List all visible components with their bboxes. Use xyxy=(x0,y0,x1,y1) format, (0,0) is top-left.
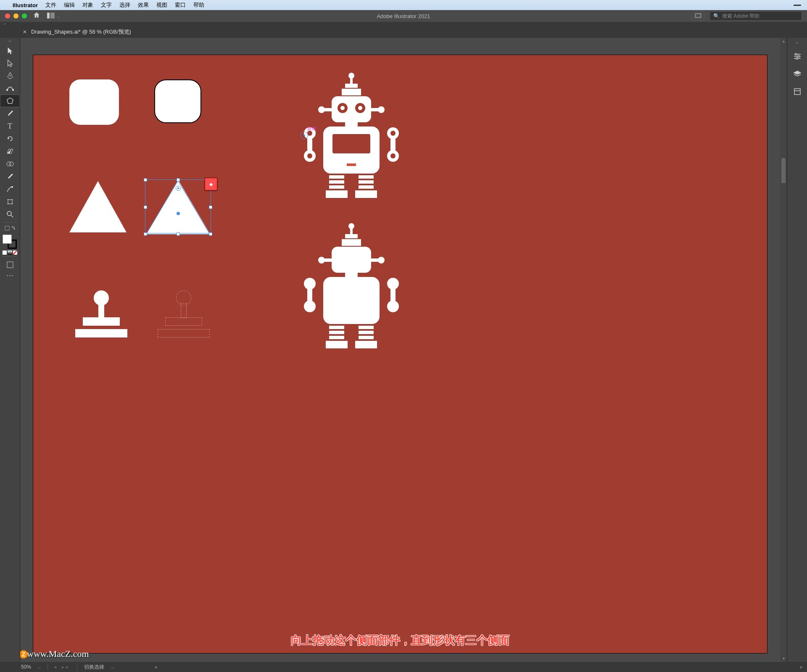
artboard-prev-icon[interactable]: ◂ xyxy=(154,664,157,670)
dock-collapse-icon[interactable]: ‹‹ xyxy=(787,40,807,45)
menu-object[interactable]: 对象 xyxy=(82,1,93,9)
zoom-tool[interactable] xyxy=(0,208,20,221)
tools-panel: ›› T ⋯ xyxy=(0,38,20,662)
tools-collapse-icon[interactable]: ›› xyxy=(0,38,20,44)
libraries-panel-icon[interactable] xyxy=(787,85,807,98)
instruction-caption: 向上拖动这个侧面部件，直到形状有三个侧面 xyxy=(291,633,509,648)
eraser-tool[interactable] xyxy=(0,145,20,158)
artboard-nav[interactable]: ▸ ▸▸ xyxy=(55,664,70,670)
menu-window[interactable]: 窗口 xyxy=(175,1,186,9)
scroll-up-icon[interactable]: ▴ xyxy=(780,38,787,45)
maximize-window-button[interactable] xyxy=(22,13,27,18)
zoom-level[interactable]: 50% xyxy=(4,664,31,670)
polygon-tool[interactable] xyxy=(0,95,20,107)
svg-rect-1 xyxy=(50,13,55,18)
status-label: 切换选择 xyxy=(84,664,104,671)
svg-point-21 xyxy=(795,53,797,55)
color-mode-none[interactable] xyxy=(13,250,17,255)
menu-type[interactable]: 文字 xyxy=(101,1,112,9)
color-mode-gradient[interactable] xyxy=(8,250,12,255)
rotate-tool[interactable] xyxy=(0,132,20,145)
artboard[interactable]: 路径 xyxy=(33,55,767,654)
fill-stroke-swatches[interactable] xyxy=(0,233,20,250)
joystick-shape[interactable] xyxy=(72,290,131,345)
properties-panel-icon[interactable] xyxy=(787,50,807,63)
workspace-layout-icon[interactable] xyxy=(47,13,55,20)
search-icon: 🔍 xyxy=(713,13,720,19)
menu-view[interactable]: 视图 xyxy=(156,1,167,9)
polygon-sides-widget[interactable] xyxy=(205,178,217,190)
svg-point-15 xyxy=(7,211,11,216)
artboard-next-icon[interactable]: ▸ xyxy=(800,664,803,670)
direct-selection-tool[interactable] xyxy=(0,57,20,69)
rounded-square-white[interactable] xyxy=(69,79,119,125)
svg-point-23 xyxy=(798,55,799,57)
menu-select[interactable]: 选择 xyxy=(119,1,130,9)
triangle-white[interactable] xyxy=(69,181,127,232)
svg-rect-0 xyxy=(47,13,50,18)
svg-rect-10 xyxy=(8,200,12,204)
menubar-extras-icon[interactable] xyxy=(794,5,801,6)
document-tab-title: Drawing_Shapes.ai* @ 58 % (RGB/预览) xyxy=(31,28,131,36)
path-label: 路径 xyxy=(307,126,316,132)
svg-point-25 xyxy=(796,58,798,59)
traffic-lights xyxy=(5,13,27,18)
menu-edit[interactable]: 编辑 xyxy=(64,1,75,9)
search-placeholder: 搜索 Adobe 帮助 xyxy=(722,13,760,20)
selection-tool[interactable] xyxy=(0,44,20,57)
artboard-tool[interactable] xyxy=(0,195,20,208)
color-mode-row[interactable] xyxy=(0,250,20,255)
scrollbar-thumb[interactable] xyxy=(781,158,786,183)
window-titlebar: ⌵ Adobe Illustrator 2021 🔍 搜索 Adobe 帮助 xyxy=(0,10,807,22)
home-icon[interactable] xyxy=(33,11,40,21)
watermark-text: www.MacZ.com xyxy=(27,648,89,659)
joystick-outline[interactable] xyxy=(154,290,213,345)
document-tab[interactable]: ✕ Drawing_Shapes.ai* @ 58 % (RGB/预览) xyxy=(23,28,131,36)
rounded-square-stroked[interactable] xyxy=(154,79,201,123)
draw-mode-normal[interactable] xyxy=(0,258,20,271)
svg-point-4 xyxy=(6,90,8,91)
color-mode-solid[interactable] xyxy=(3,250,7,255)
paintbrush-tool[interactable] xyxy=(0,107,20,120)
menu-help[interactable]: 帮助 xyxy=(193,1,204,9)
edit-toolbar[interactable]: ⋯ xyxy=(0,271,20,279)
menu-file[interactable]: 文件 xyxy=(45,1,56,9)
zoom-dropdown-icon[interactable]: ⌵ xyxy=(38,664,41,670)
svg-point-9 xyxy=(11,186,13,188)
gradient-tool[interactable] xyxy=(0,183,20,195)
svg-marker-6 xyxy=(7,98,13,104)
eyedropper-tool[interactable] xyxy=(0,170,20,183)
svg-point-8 xyxy=(9,162,13,166)
vertical-scrollbar[interactable]: ▴ ▾ xyxy=(780,38,787,662)
fill-stroke-swap[interactable] xyxy=(0,224,20,233)
robot-shape[interactable] xyxy=(294,73,411,207)
svg-rect-18 xyxy=(7,262,13,268)
workspace-dropdown-icon[interactable]: ⌵ xyxy=(57,14,60,18)
macos-menubar: Illustrator 文件 编辑 对象 文字 选择 效果 视图 窗口 帮助 xyxy=(0,0,807,10)
type-tool[interactable]: T xyxy=(0,120,20,132)
svg-rect-3 xyxy=(696,14,701,17)
fill-swatch[interactable] xyxy=(3,235,12,244)
svg-line-16 xyxy=(11,215,13,217)
status-bar: 50% ⌵ ▸ ▸▸ 切换选择 ⌵ ◂ ▸ xyxy=(0,662,807,672)
shape-builder-tool[interactable] xyxy=(0,158,20,170)
svg-rect-26 xyxy=(794,89,800,95)
help-search-input[interactable]: 🔍 搜索 Adobe 帮助 xyxy=(709,11,802,21)
app-menu[interactable]: Illustrator xyxy=(13,2,38,8)
control-strip: ›› xyxy=(0,22,807,26)
close-window-button[interactable] xyxy=(5,13,10,18)
selection-bounding-box[interactable] xyxy=(145,179,211,235)
anchor-point-indicator xyxy=(301,132,308,139)
scroll-down-icon[interactable]: ▾ xyxy=(780,655,787,662)
arrange-documents-icon[interactable] xyxy=(692,11,704,21)
minimize-window-button[interactable] xyxy=(13,13,18,18)
robot-outline[interactable] xyxy=(294,223,411,358)
close-tab-icon[interactable]: ✕ xyxy=(23,29,27,35)
menu-effect[interactable]: 效果 xyxy=(138,1,149,9)
layers-panel-icon[interactable] xyxy=(787,68,807,80)
status-dropdown-icon[interactable]: ⌵ xyxy=(111,664,114,670)
curvature-tool[interactable] xyxy=(0,82,20,95)
pen-tool[interactable] xyxy=(0,69,20,82)
svg-point-5 xyxy=(12,90,13,91)
window-title: Adobe Illustrator 2021 xyxy=(377,13,430,19)
